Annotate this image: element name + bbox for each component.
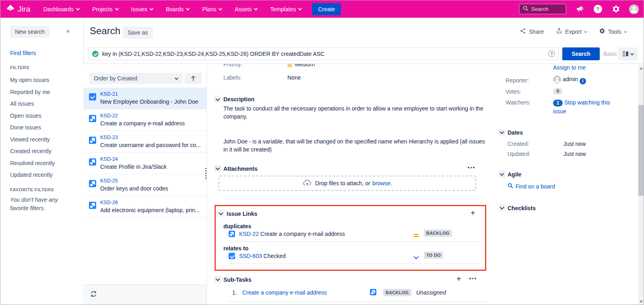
find-on-board-link[interactable]: Find on a board (508, 183, 555, 190)
link-relation-label: duplicates (223, 223, 251, 229)
status-badge: TO DO (424, 252, 443, 259)
menu-templates[interactable]: Templates (270, 6, 301, 12)
create-button[interactable]: Create (312, 3, 341, 15)
jira-brand[interactable]: Jira (6, 4, 30, 14)
updated-field-label: Updated: (508, 151, 530, 157)
issue-card-ksd23[interactable]: KSD-23 Create username and password for … (83, 131, 206, 153)
find-filters-link[interactable]: Find filters (10, 50, 36, 56)
attachments-collapse-icon[interactable] (214, 165, 221, 172)
settings-gear-icon[interactable] (611, 4, 621, 14)
sidebar-item-reported-by-me[interactable]: Reported by me (0, 86, 83, 98)
dates-collapse-icon[interactable] (498, 129, 506, 136)
priority-medium-icon (287, 64, 292, 69)
sidebar-item-my-open-issues[interactable]: My open issues (0, 74, 83, 86)
attachments-more-icon[interactable] (467, 165, 475, 170)
chevron-down-icon (623, 29, 627, 33)
subtask-type-icon (370, 289, 376, 296)
menu-projects[interactable]: Projects (92, 6, 118, 12)
issue-links-collapse-icon[interactable] (217, 210, 225, 217)
new-search-button[interactable]: New search (10, 26, 50, 38)
search-placeholder: Search (531, 6, 549, 12)
attachment-dropzone[interactable]: Drop files to attach, or browse. (219, 176, 476, 191)
issue-key[interactable]: KSD-23 (100, 135, 118, 140)
search-button[interactable]: Search (562, 47, 600, 60)
user-avatar[interactable] (629, 4, 639, 14)
issue-card-ksd26[interactable]: KSD-26 Add electronic equipment (laptop,… (83, 196, 206, 218)
menu-plans[interactable]: Plans (202, 6, 222, 12)
linked-issue-key[interactable]: SSD-603 (239, 253, 262, 259)
issue-key[interactable]: KSD-22 (100, 113, 118, 119)
export-button[interactable]: Export (556, 28, 586, 35)
checklists-collapse-icon[interactable] (498, 204, 506, 211)
add-issue-link-icon[interactable]: + (471, 210, 475, 216)
browse-link[interactable]: browse. (372, 180, 392, 186)
page-scrollbar[interactable] (638, 65, 644, 305)
avatar-icon (629, 4, 639, 14)
issue-key[interactable]: KSD-25 (100, 178, 118, 184)
basic-mode-link[interactable]: Basic (603, 51, 617, 57)
priority-low-icon (414, 253, 418, 260)
subtask-type-icon (229, 231, 235, 237)
issue-key[interactable]: KSD-24 (100, 156, 118, 162)
menu-assets[interactable]: Assets (235, 6, 257, 12)
jql-query-input[interactable] (88, 47, 559, 60)
global-search-input[interactable]: Search (519, 4, 566, 14)
subtasks-more-icon[interactable] (469, 276, 477, 281)
share-button[interactable]: Share (520, 28, 544, 35)
issue-card-ksd25[interactable]: KSD-25 Order keys and door codes (83, 174, 206, 196)
filters-sidebar: New search « Find filters FILTERS My ope… (0, 18, 83, 305)
menu-boards[interactable]: Boards (166, 6, 189, 12)
collapse-sidebar-icon[interactable]: « (66, 27, 69, 34)
linked-issue-key[interactable]: KSD-22 (239, 231, 259, 237)
description-section-title: Description (223, 96, 254, 102)
save-as-button[interactable]: Save as (123, 27, 153, 39)
reporter-field-label: Reporter: (506, 77, 529, 84)
chevron-down-icon (219, 6, 223, 10)
issue-card-ksd21[interactable]: KSD-21 New Employee Onboarding - John Do… (83, 88, 206, 109)
refresh-icon[interactable] (90, 291, 97, 299)
menu-issues[interactable]: Issues (131, 6, 153, 12)
subtasks-collapse-icon[interactable] (214, 276, 221, 283)
order-by-dropdown[interactable]: Order by Created (89, 73, 183, 84)
scroll-down-arrow[interactable] (640, 301, 643, 303)
help-icon[interactable]: ? (593, 4, 603, 14)
labels-field-label: Labels: (223, 74, 242, 81)
issue-summary: New Employee Onboarding - John Doe (100, 98, 204, 105)
issue-key[interactable]: KSD-26 (100, 200, 118, 205)
votes-count-pill: 0 (553, 87, 563, 95)
detail-view-icon (623, 51, 628, 56)
tools-button[interactable]: Tools (599, 28, 627, 35)
issue-card-ksd22[interactable]: KSD-22 Create a company e-mail address (83, 109, 206, 131)
issue-key[interactable]: KSD-21 (100, 91, 118, 97)
sidebar-item-resolved-recently[interactable]: Resolved recently (0, 158, 83, 170)
subtask-assignee: Unassigned (416, 289, 446, 296)
jql-help-icon[interactable]: ? (548, 50, 555, 57)
attachments-section-title: Attachments (223, 166, 258, 172)
sidebar-item-created-recently[interactable]: Created recently (0, 145, 83, 158)
issue-card-ksd24[interactable]: KSD-24 Create Profile in Jira/Slack (83, 153, 206, 174)
menu-dashboards[interactable]: Dashboards (43, 6, 79, 12)
chevron-down-icon (186, 6, 190, 10)
sidebar-item-all-issues[interactable]: All issues (0, 98, 83, 110)
sidebar-item-viewed-recently[interactable]: Viewed recently (0, 134, 83, 146)
sort-direction-button[interactable] (185, 73, 202, 84)
agile-collapse-icon[interactable] (498, 170, 506, 178)
task-type-icon (89, 93, 96, 100)
subtask-summary-link[interactable]: Create a company e-mail address (242, 289, 327, 296)
view-switcher-button[interactable] (618, 47, 638, 60)
sidebar-item-done-issues[interactable]: Done issues (0, 122, 83, 134)
info-icon[interactable]: i (580, 78, 586, 84)
scroll-up-arrow[interactable] (640, 67, 643, 70)
scrollbar-thumb[interactable] (638, 105, 644, 196)
search-icon (508, 183, 513, 190)
favorite-filters-header: FAVORITE FILTERS (10, 187, 54, 192)
watchers-count-pill: 1 (553, 100, 563, 106)
reporter-avatar-icon (553, 76, 561, 84)
announcements-icon[interactable] (575, 4, 584, 14)
sidebar-item-open-issues[interactable]: Open issues (0, 110, 83, 122)
sidebar-item-updated-recently[interactable]: Updated recently (0, 169, 83, 181)
add-subtask-icon[interactable]: + (456, 276, 461, 282)
panel-resize-handle[interactable] (205, 168, 206, 179)
assign-to-me-link[interactable]: Assign to me (553, 64, 586, 71)
description-collapse-icon[interactable] (214, 96, 221, 103)
